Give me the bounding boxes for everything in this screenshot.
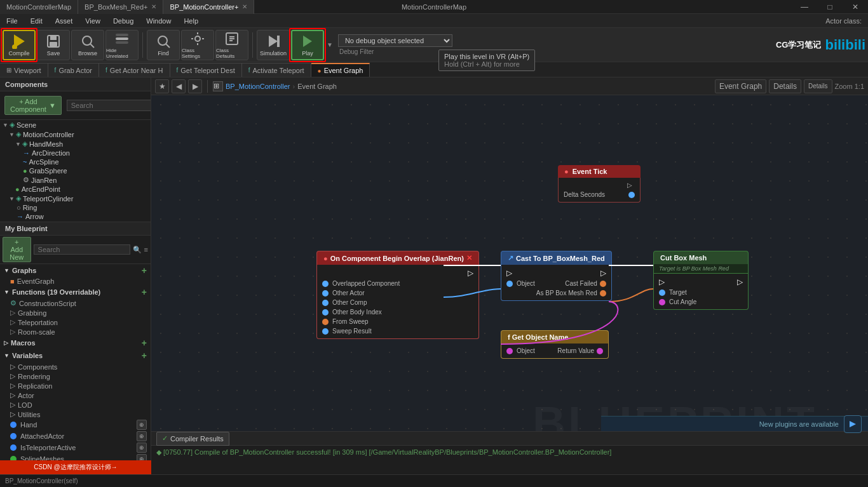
menu-edit[interactable]: Edit	[24, 14, 49, 28]
tree-item-grabsphere[interactable]: ● GrabSphere	[0, 166, 151, 175]
tree-item-jianren[interactable]: ⚙ JianRen	[0, 175, 151, 185]
tree-item-teleportcylinder[interactable]: ▼ ◈ TeleportCylinder	[0, 194, 151, 203]
nav-forward-button[interactable]: ▶	[188, 79, 202, 93]
bookmark-button[interactable]: ★	[155, 79, 169, 93]
hide-unrelated-button[interactable]: Hide Unrelated	[105, 30, 139, 60]
var-cat-utilities[interactable]: ▷Utilities	[0, 410, 151, 419]
menu-view[interactable]: View	[79, 14, 107, 28]
menu-file[interactable]: File	[0, 14, 24, 28]
save-button[interactable]: Save	[37, 30, 70, 60]
grabbing-item[interactable]: ▷ Grabbing	[0, 308, 151, 317]
tab-viewport[interactable]: ⊞ Viewport	[0, 63, 48, 77]
variables-section-header[interactable]: ▼ Variables +	[0, 349, 151, 362]
var-hand[interactable]: Hand ⊕	[0, 419, 151, 430]
compiler-tab[interactable]: ✓ Compiler Results	[156, 432, 229, 446]
hand-action[interactable]: ⊕	[137, 420, 147, 430]
menu-debug[interactable]: Debug	[107, 14, 140, 28]
macros-section-header[interactable]: ▷ Macros +	[0, 337, 151, 349]
debug-object-select[interactable]: No debug object selected	[338, 34, 452, 47]
minimize-button[interactable]: —	[792, 0, 817, 14]
var-cat-replication[interactable]: ▷Replication	[0, 381, 151, 390]
tree-item-handmesh[interactable]: ▼ ◈ HandMesh	[0, 139, 151, 149]
var-cat-actor[interactable]: ▷Actor	[0, 390, 151, 400]
compile-button[interactable]: Compile	[3, 30, 36, 60]
find-button[interactable]: Find	[147, 30, 180, 60]
tree-item-arrow[interactable]: → Arrow	[0, 212, 151, 221]
close-button[interactable]: ✕	[843, 0, 868, 14]
details-right-tab[interactable]: Details	[804, 79, 832, 93]
grid-view-button[interactable]: ⊞	[213, 81, 223, 91]
tab-boxmesh[interactable]: BP_BoxMesh_Red+ ✕	[78, 0, 163, 14]
var-isteleporteractive[interactable]: IsTeleporterActive ⊕	[0, 442, 151, 453]
add-component-button[interactable]: + Add Component ▼	[4, 96, 62, 115]
var-cat-components[interactable]: ▷Components	[0, 362, 151, 371]
var-cat-lod[interactable]: ▷LOD	[0, 400, 151, 410]
event-graph-item[interactable]: ■ EventGraph	[0, 277, 151, 286]
room-scale-item[interactable]: ▷ Room-scale	[0, 327, 151, 337]
details-tab[interactable]: Details	[769, 79, 801, 93]
tab-close-motioncontroller[interactable]: ✕	[242, 3, 247, 10]
cast-header: ↗ Cast To BP_BoxMesh_Red	[501, 251, 612, 265]
play-dropdown-arrow[interactable]: ▼	[327, 41, 333, 48]
attached-actor-action[interactable]: ⊕	[137, 431, 147, 441]
menu-asset[interactable]: Asset	[49, 14, 79, 28]
tab-activate-teleport[interactable]: f Activate Teleport	[242, 63, 311, 77]
play-icon	[300, 34, 315, 49]
browse-button[interactable]: Browse	[71, 30, 104, 60]
add-new-button[interactable]: + Add New	[3, 237, 31, 262]
blueprint-search-input[interactable]	[34, 244, 130, 255]
tab-get-teleport-dest[interactable]: f Get Teleport Dest	[170, 63, 242, 77]
menu-window[interactable]: Window	[140, 14, 177, 28]
teleportation-item[interactable]: ▷ Teleportation	[0, 317, 151, 327]
breadcrumb-item-1[interactable]: BP_MotionController	[226, 83, 290, 90]
play-button[interactable]: Play	[291, 30, 324, 60]
teleporter-action[interactable]: ⊕	[137, 443, 147, 453]
compile-icon	[11, 34, 27, 49]
components-search-input[interactable]	[67, 100, 151, 111]
blueprint-filter-icon[interactable]: ≡	[144, 246, 148, 253]
tree-item-arcspline[interactable]: ~ ArcSpline	[0, 157, 151, 166]
class-defaults-button[interactable]: Class Defaults	[215, 30, 248, 60]
add-variable-button[interactable]: +	[142, 350, 147, 361]
event-graph-icon: ●	[318, 67, 322, 74]
teleporter-dot	[10, 444, 17, 451]
get-object-name-node[interactable]: f Get Object Name Object Return Value	[501, 330, 609, 359]
tree-item-ring[interactable]: ○ Ring	[0, 203, 151, 212]
functions-section-header[interactable]: ▼ Functions (19 Overridable) +	[0, 286, 151, 298]
tree-item-arcendpoint[interactable]: ● ArcEndPoint	[0, 185, 151, 194]
tab-event-graph[interactable]: ● Event Graph	[311, 63, 370, 77]
menu-help[interactable]: Help	[177, 14, 205, 28]
class-settings-button[interactable]: Class Settings	[181, 30, 214, 60]
construction-script-item[interactable]: ⚙ ConstructionScript	[0, 298, 151, 308]
editor-tab-bar: ⊞ Viewport f Grab Actor f Get Actor Near…	[0, 62, 868, 77]
overlap-node[interactable]: ● On Component Begin Overlap (JianRen) ✕…	[316, 251, 479, 339]
cut-header: Cut Box Mesh	[653, 251, 749, 264]
tab-grab-actor[interactable]: f Grab Actor	[48, 63, 99, 77]
event-graph-right-tab[interactable]: Event Graph	[715, 79, 766, 93]
tree-item-motioncontroller[interactable]: ▼ ◈ MotionController	[0, 130, 151, 139]
cast-node[interactable]: ↗ Cast To BP_BoxMesh_Red ▷ ▷ Object	[501, 251, 612, 301]
add-graph-button[interactable]: +	[142, 265, 147, 276]
var-attached-actor[interactable]: AttachedActor ⊕	[0, 430, 151, 442]
simulation-button[interactable]: Simulation	[257, 30, 290, 60]
var-cat-rendering[interactable]: ▷Rendering	[0, 371, 151, 381]
tab-get-actor-near-h[interactable]: f Get Actor Near H	[99, 63, 170, 77]
nav-back-button[interactable]: ◀	[172, 79, 186, 93]
cut-box-mesh-node[interactable]: Cut Box Mesh Target is BP Box Mesh Red ▷…	[653, 251, 749, 310]
zoom-label: Zoom 1:1	[835, 83, 864, 90]
plugins-play-icon[interactable]	[844, 415, 862, 433]
ring-icon: ○	[17, 204, 21, 211]
graphs-section-header[interactable]: ▼ Graphs +	[0, 264, 151, 277]
tab-close-boxmesh[interactable]: ✕	[151, 3, 156, 10]
other-comp-pin	[322, 300, 329, 306]
event-tick-node[interactable]: ● Event Tick ▷ Delta Seconds	[558, 165, 641, 203]
tree-item-arcdirection[interactable]: → ArcDirection	[0, 149, 151, 157]
tab-motioncontroller[interactable]: BP_MotionController+ ✕	[163, 0, 254, 14]
blueprint-search-icon[interactable]: 🔍	[133, 246, 142, 254]
tree-item-scene[interactable]: ▼ ◈ Scene	[0, 120, 151, 130]
add-function-button[interactable]: +	[142, 287, 147, 297]
add-macro-button[interactable]: +	[142, 338, 147, 348]
tab-motioncollectormap[interactable]: MotionControllerMap	[0, 0, 78, 14]
overlap-close-btn[interactable]: ✕	[466, 254, 472, 262]
maximize-button[interactable]: □	[817, 0, 843, 14]
